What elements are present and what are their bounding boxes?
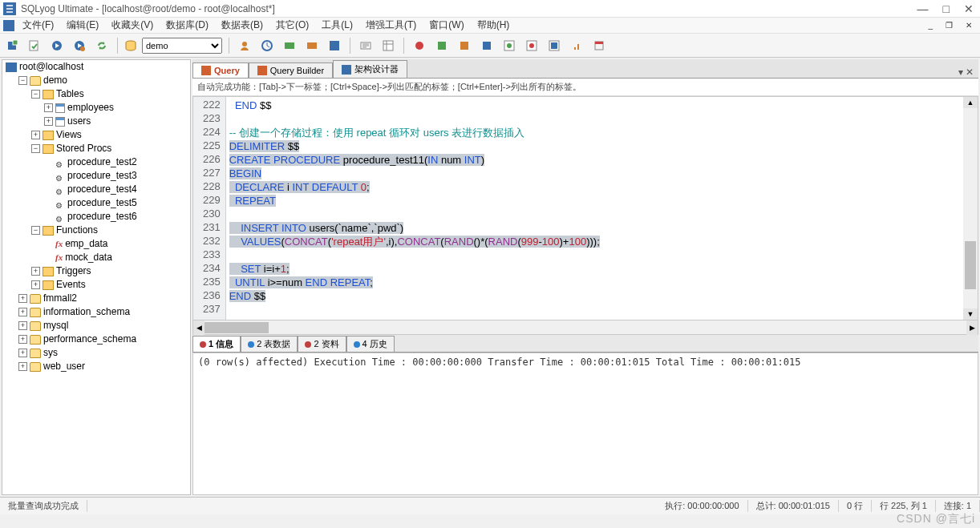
tree-node[interactable]: −Functions	[30, 224, 190, 237]
tree-toggle[interactable]	[44, 212, 53, 221]
code-editor[interactable]: 2222232242252262272282292302312322332342…	[192, 96, 978, 320]
mdi-minimize-button[interactable]: _	[923, 19, 937, 31]
tree-toggle[interactable]: +	[18, 321, 27, 330]
tool-button-6[interactable]	[379, 37, 397, 54]
result-tab[interactable]: 1 信息	[192, 336, 241, 352]
result-panel[interactable]: (0 row(s) affected) Execution Time : 00:…	[192, 353, 978, 495]
tree-toggle[interactable]: +	[44, 117, 53, 126]
tree-root[interactable]: root@localhost	[4, 60, 190, 74]
tool-button-7[interactable]	[411, 37, 428, 54]
tree-node[interactable]: +Triggers	[30, 264, 190, 278]
tree-toggle[interactable]	[44, 158, 53, 167]
tool-button-9[interactable]	[456, 37, 473, 54]
menu-table[interactable]: 数据表(B)	[217, 17, 268, 34]
execute-sel-button[interactable]	[71, 37, 88, 54]
execute-button[interactable]	[48, 37, 66, 54]
menu-other[interactable]: 其它(O)	[271, 17, 314, 34]
tree-toggle[interactable]: −	[18, 76, 27, 85]
tree-node[interactable]: −demo	[17, 74, 190, 87]
tree-toggle[interactable]: +	[44, 103, 53, 112]
tree-node[interactable]: procedure_test5	[43, 196, 190, 210]
tree-toggle[interactable]: −	[31, 90, 40, 99]
tool-button-12[interactable]	[523, 37, 541, 54]
tool-button-10[interactable]	[478, 37, 496, 54]
maximize-button[interactable]: □	[943, 2, 950, 15]
tree-node[interactable]: +Views	[30, 128, 190, 142]
tree-node[interactable]: +mysql	[17, 319, 190, 333]
tree-node[interactable]: procedure_test3	[43, 169, 190, 183]
user-button[interactable]	[236, 37, 253, 54]
mdi-close-button[interactable]: ✕	[961, 19, 977, 31]
tree-toggle[interactable]: +	[18, 294, 27, 303]
tool-button-13[interactable]	[545, 37, 563, 54]
menu-powertools[interactable]: 增强工具(T)	[361, 17, 421, 34]
scrollbar-horizontal[interactable]: ◀▶	[192, 320, 978, 335]
tree-node[interactable]: +employees	[43, 101, 190, 115]
tree-node[interactable]: +sys	[17, 346, 190, 360]
tree-toggle[interactable]: +	[18, 308, 27, 316]
tree-node[interactable]: +information_schema	[17, 305, 190, 319]
tool-button-3[interactable]	[303, 37, 321, 54]
tree-toggle[interactable]: +	[31, 280, 40, 289]
tree-toggle[interactable]: +	[18, 335, 27, 344]
tree-node[interactable]: +web_user	[17, 360, 190, 373]
menu-fav[interactable]: 收藏夹(V)	[107, 17, 158, 34]
tree-toggle[interactable]	[44, 185, 53, 194]
tool-button-5[interactable]	[357, 37, 375, 54]
menu-edit[interactable]: 编辑(E)	[62, 17, 103, 34]
tree-node[interactable]: procedure_test6	[43, 210, 190, 224]
menu-tools[interactable]: 工具(L)	[317, 17, 358, 34]
result-tab[interactable]: 2 资料	[298, 336, 346, 352]
tree-node[interactable]: fxemp_data	[43, 237, 190, 251]
editor-tab[interactable]: 架构设计器	[333, 60, 407, 78]
tree-node[interactable]: fxmock_data	[43, 251, 190, 264]
tree-toggle[interactable]	[44, 240, 53, 248]
tab-close-icon[interactable]: ▾ ✕	[954, 67, 978, 78]
menu-help[interactable]: 帮助(H)	[472, 17, 515, 34]
tool-button-14[interactable]	[568, 37, 585, 54]
tool-button-2[interactable]	[281, 37, 298, 54]
editor-tab[interactable]: Query Builder	[249, 62, 333, 78]
tree-node[interactable]: procedure_test4	[43, 183, 190, 196]
tool-button-8[interactable]	[433, 37, 451, 54]
tree-toggle[interactable]	[44, 253, 53, 262]
result-tab[interactable]: 4 历史	[346, 336, 395, 352]
editor-tab[interactable]: Query	[192, 62, 249, 78]
tree-toggle[interactable]	[44, 199, 53, 208]
tool-button-11[interactable]	[500, 37, 518, 54]
code-content[interactable]: END $$-- 创建一个存储过程：使用 repeat 循环对 users 表进…	[226, 97, 978, 320]
refresh-button[interactable]	[93, 37, 111, 54]
new-conn-button[interactable]	[3, 37, 21, 54]
tree-toggle[interactable]: +	[31, 267, 40, 276]
tree-toggle[interactable]: −	[31, 226, 40, 235]
editor-hint: 自动完成功能：[Tab]->下一标签；[Ctrl+Space]->列出匹配的标签…	[192, 79, 978, 96]
minimize-button[interactable]: —	[917, 2, 929, 15]
tree-toggle[interactable]: +	[18, 362, 27, 371]
result-tab[interactable]: 2 表数据	[241, 336, 298, 352]
object-browser[interactable]: root@localhost−demo−Tables+employees+use…	[2, 59, 191, 495]
tree-node[interactable]: −Tables	[30, 87, 190, 101]
menu-database[interactable]: 数据库(D)	[161, 17, 213, 34]
svg-rect-12	[307, 42, 317, 49]
menu-file[interactable]: 文件(F)	[18, 17, 59, 34]
tree-label: Functions	[56, 224, 98, 237]
tree-toggle[interactable]: −	[31, 144, 40, 153]
database-selector[interactable]: demo	[142, 38, 222, 54]
tree-toggle[interactable]: +	[31, 131, 40, 139]
tool-button-4[interactable]	[326, 37, 343, 54]
tree-node[interactable]: +Events	[30, 278, 190, 292]
tool-button-15[interactable]	[590, 37, 608, 54]
tree-node[interactable]: procedure_test2	[43, 155, 190, 169]
tree-node[interactable]: +performance_schema	[17, 333, 190, 346]
menu-window[interactable]: 窗口(W)	[424, 17, 468, 34]
tree-node[interactable]: +users	[43, 115, 190, 128]
tool-button-1[interactable]	[258, 37, 276, 54]
tree-node[interactable]: −Stored Procs	[30, 142, 190, 155]
tree-toggle[interactable]	[44, 171, 53, 180]
new-query-button[interactable]	[26, 37, 43, 54]
scrollbar-vertical[interactable]: ▲▼	[963, 97, 978, 320]
tree-toggle[interactable]: +	[18, 349, 27, 357]
tree-node[interactable]: +fmmall2	[17, 292, 190, 305]
close-button[interactable]: ✕	[964, 2, 974, 15]
mdi-restore-button[interactable]: ❐	[941, 19, 958, 31]
